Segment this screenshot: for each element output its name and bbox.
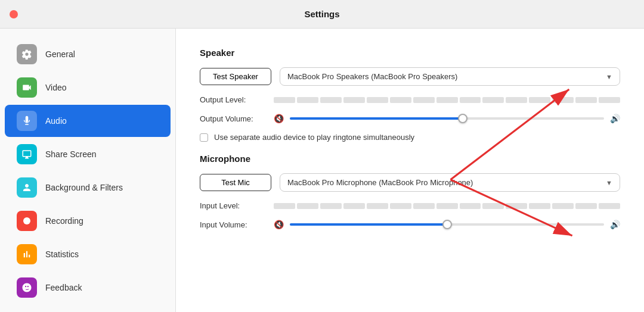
input-volume-row: Input Volume: 🔇 🔊 [200, 220, 620, 229]
level-seg-10 [482, 97, 504, 103]
input-volume-control: 🔇 🔊 [274, 220, 620, 229]
background-label: Background & Filters [45, 183, 123, 192]
in-seg-5 [367, 203, 388, 209]
ringtone-checkbox[interactable] [200, 133, 208, 142]
level-seg-13 [552, 97, 574, 103]
level-seg-15 [599, 97, 620, 103]
mic-dropdown[interactable]: MacBook Pro Microphone (MacBook Pro Micr… [280, 173, 620, 192]
content-area: Speaker Test Speaker MacBook Pro Speaker… [176, 29, 644, 312]
chevron-down-icon: ▼ [606, 73, 612, 80]
microphone-section: Microphone Test Mic MacBook Pro Micropho… [200, 154, 620, 229]
in-seg-3 [320, 203, 342, 209]
speaker-section-title: Speaker [200, 48, 620, 58]
sidebar-item-share-screen[interactable]: Share Screen [5, 138, 171, 170]
level-seg-7 [413, 97, 435, 103]
output-volume-fill [290, 117, 463, 120]
level-seg-14 [575, 97, 597, 103]
output-level-label: Output Level: [200, 95, 265, 104]
speaker-dropdown-value: MacBook Pro Speakers (MacBook Pro Speake… [287, 72, 457, 81]
output-volume-control: 🔇 🔊 [274, 114, 620, 123]
microphone-section-title: Microphone [200, 154, 620, 164]
input-volume-fill [290, 223, 447, 226]
in-seg-8 [436, 203, 458, 209]
output-volume-slider[interactable] [290, 117, 604, 120]
sidebar-item-audio[interactable]: Audio [5, 105, 171, 137]
sidebar-item-feedback[interactable]: Feedback [5, 272, 171, 304]
in-seg-4 [343, 203, 365, 209]
in-seg-13 [552, 203, 574, 209]
general-label: General [45, 49, 75, 59]
input-vol-low-icon: 🔇 [274, 220, 284, 229]
recording-label: Recording [45, 216, 83, 226]
output-volume-label: Output Volume: [200, 114, 265, 123]
in-seg-12 [529, 203, 550, 209]
test-mic-button[interactable]: Test Mic [200, 174, 271, 191]
level-seg-8 [436, 97, 458, 103]
level-seg-9 [460, 97, 481, 103]
sidebar-item-recording[interactable]: Recording [5, 205, 171, 237]
in-seg-14 [575, 203, 597, 209]
in-seg-15 [599, 203, 620, 209]
statistics-icon [17, 244, 37, 264]
mic-dropdown-value: MacBook Pro Microphone (MacBook Pro Micr… [287, 178, 473, 187]
level-seg-1 [274, 97, 295, 103]
statistics-label: Statistics [45, 249, 79, 259]
input-vol-high-icon: 🔊 [610, 220, 620, 229]
settings-title: Settings [304, 9, 339, 19]
sidebar-item-video[interactable]: Video [5, 71, 171, 104]
share-screen-label: Share Screen [45, 149, 97, 159]
video-icon [17, 77, 37, 98]
level-seg-4 [343, 97, 365, 103]
background-icon [17, 177, 37, 198]
sidebar-item-general[interactable]: General [5, 38, 171, 70]
level-seg-6 [390, 97, 411, 103]
level-seg-2 [297, 97, 318, 103]
audio-icon [17, 111, 37, 131]
input-level-label: Input Level: [200, 201, 265, 210]
in-seg-11 [506, 203, 527, 209]
in-seg-1 [274, 203, 295, 209]
volume-low-icon: 🔇 [274, 114, 284, 123]
recording-icon [17, 211, 37, 231]
output-level-row: Output Level: [200, 95, 620, 104]
general-icon [17, 44, 37, 64]
input-level-row: Input Level: [200, 201, 620, 210]
main-layout: General Video Audio [0, 29, 644, 312]
output-volume-row: Output Volume: 🔇 🔊 [200, 114, 620, 123]
input-volume-slider[interactable] [290, 223, 604, 226]
sidebar-item-statistics[interactable]: Statistics [5, 238, 171, 270]
mic-chevron-down-icon: ▼ [606, 179, 612, 186]
sidebar: General Video Audio [0, 29, 176, 312]
speaker-dropdown[interactable]: MacBook Pro Speakers (MacBook Pro Speake… [280, 67, 620, 86]
in-seg-7 [413, 203, 435, 209]
audio-label: Audio [45, 116, 67, 126]
title-bar: Settings [0, 0, 644, 29]
ringtone-label: Use separate audio device to play ringto… [214, 133, 414, 142]
in-seg-2 [297, 203, 318, 209]
feedback-icon [17, 277, 37, 298]
volume-high-icon: 🔊 [610, 114, 620, 123]
level-seg-3 [320, 97, 342, 103]
in-seg-9 [460, 203, 481, 209]
ringtone-checkbox-row: Use separate audio device to play ringto… [200, 133, 620, 142]
level-seg-5 [367, 97, 388, 103]
sidebar-item-background[interactable]: Background & Filters [5, 171, 171, 204]
level-seg-12 [529, 97, 550, 103]
output-volume-thumb[interactable] [458, 114, 467, 123]
output-level-bar [274, 97, 620, 103]
svg-point-0 [23, 217, 30, 224]
feedback-label: Feedback [45, 283, 82, 292]
share-screen-icon [17, 144, 37, 164]
input-volume-thumb[interactable] [442, 220, 452, 229]
close-button[interactable] [10, 10, 18, 18]
video-label: Video [45, 83, 67, 92]
speaker-section: Speaker Test Speaker MacBook Pro Speaker… [200, 48, 620, 142]
in-seg-6 [390, 203, 411, 209]
mic-device-row: Test Mic MacBook Pro Microphone (MacBook… [200, 173, 620, 192]
input-level-bar [274, 203, 620, 209]
speaker-device-row: Test Speaker MacBook Pro Speakers (MacBo… [200, 67, 620, 86]
test-speaker-button[interactable]: Test Speaker [200, 68, 271, 85]
input-volume-label: Input Volume: [200, 220, 265, 229]
in-seg-10 [482, 203, 504, 209]
level-seg-11 [506, 97, 527, 103]
